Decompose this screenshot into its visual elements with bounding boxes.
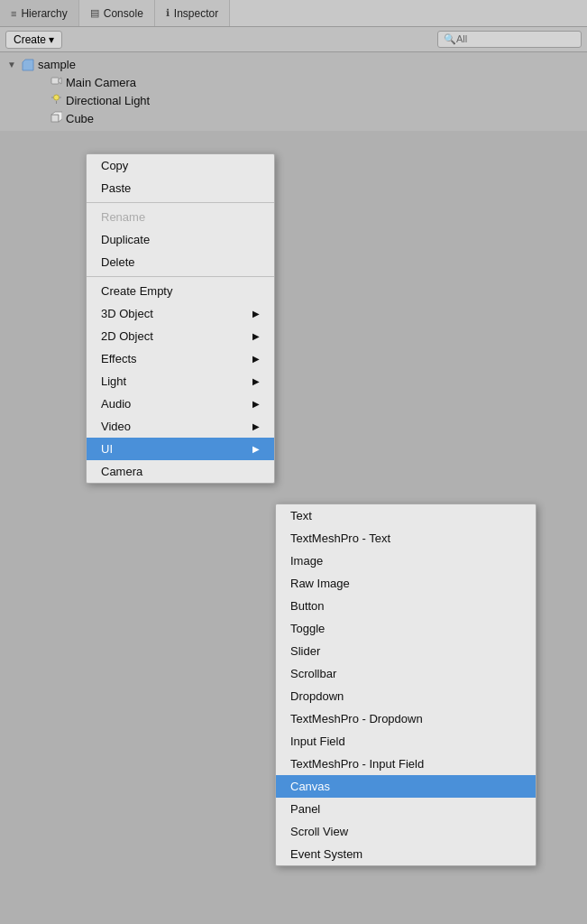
submenu-item-dropdown[interactable]: Dropdown <box>276 685 536 707</box>
menu-item-audio[interactable]: Audio ▶ <box>87 393 274 415</box>
hierarchy-icon: ≡ <box>11 8 16 19</box>
create-label: Create <box>14 33 46 46</box>
menu-item-copy[interactable]: Copy <box>87 154 274 177</box>
3d-object-label: 3D Object <box>101 307 153 320</box>
video-label: Video <box>101 420 131 433</box>
menu-item-2d-object[interactable]: 2D Object ▶ <box>87 325 274 347</box>
svg-marker-0 <box>23 60 33 70</box>
directional-light-label: Directional Light <box>66 94 150 107</box>
camera-icon <box>50 75 62 89</box>
submenu-item-panel[interactable]: Panel <box>276 798 536 820</box>
submenu-item-textmeshpro-text[interactable]: TextMeshPro - Text <box>276 527 536 550</box>
create-empty-label: Create Empty <box>101 284 172 298</box>
tab-console-label: Console <box>104 7 143 20</box>
textmeshpro-input-field-label: TextMeshPro - Input Field <box>290 757 424 771</box>
light-label: Light <box>101 374 126 388</box>
image-label: Image <box>290 554 323 568</box>
tab-hierarchy[interactable]: ≡ Hierarchy <box>0 0 79 26</box>
light-arrow: ▶ <box>252 376 260 386</box>
ui-arrow: ▶ <box>252 444 260 454</box>
3d-object-arrow: ▶ <box>252 309 260 319</box>
audio-label: Audio <box>101 397 131 411</box>
svg-rect-1 <box>51 78 59 84</box>
button-label: Button <box>290 599 325 613</box>
submenu-item-toggle[interactable]: Toggle <box>276 617 536 640</box>
search-placeholder: 🔍All <box>444 33 467 45</box>
submenu-item-canvas[interactable]: Canvas <box>276 775 536 798</box>
menu-item-effects[interactable]: Effects ▶ <box>87 347 274 370</box>
menu-item-camera[interactable]: Camera <box>87 460 274 483</box>
dropdown-label: Dropdown <box>290 689 344 703</box>
svg-rect-7 <box>51 115 59 122</box>
submenu-item-image[interactable]: Image <box>276 550 536 572</box>
tab-console[interactable]: ▤ Console <box>79 0 155 26</box>
menu-item-video[interactable]: Video ▶ <box>87 415 274 438</box>
separator-2 <box>87 276 274 277</box>
canvas-label: Canvas <box>290 780 330 793</box>
menu-item-delete[interactable]: Delete <box>87 251 274 273</box>
hierarchy-panel: ▼ sample Main Camera Directional Light C… <box>0 52 587 131</box>
paste-label: Paste <box>101 181 131 195</box>
scroll-view-label: Scroll View <box>290 825 348 838</box>
video-arrow: ▶ <box>252 421 260 431</box>
ui-label: UI <box>101 442 113 456</box>
submenu-item-input-field[interactable]: Input Field <box>276 730 536 753</box>
raw-image-label: Raw Image <box>290 577 350 590</box>
menu-item-ui[interactable]: UI ▶ <box>87 438 274 460</box>
svg-marker-2 <box>59 78 61 84</box>
submenu-item-text[interactable]: Text <box>276 504 536 527</box>
menu-item-rename: Rename <box>87 206 274 228</box>
menu-item-create-empty[interactable]: Create Empty <box>87 280 274 302</box>
create-dropdown-icon: ▾ <box>49 33 54 46</box>
hierarchy-main-camera[interactable]: Main Camera <box>0 73 587 91</box>
submenu-item-event-system[interactable]: Event System <box>276 843 536 865</box>
create-button[interactable]: Create ▾ <box>5 31 62 49</box>
duplicate-label: Duplicate <box>101 233 150 246</box>
menu-item-duplicate[interactable]: Duplicate <box>87 228 274 251</box>
event-system-label: Event System <box>290 847 362 861</box>
light-icon <box>50 93 62 107</box>
tab-inspector[interactable]: ℹ Inspector <box>155 0 230 26</box>
delete-label: Delete <box>101 255 135 269</box>
copy-label: Copy <box>101 159 128 172</box>
console-icon: ▤ <box>90 7 99 19</box>
textmeshpro-text-label: TextMeshPro - Text <box>290 531 390 545</box>
submenu-item-button[interactable]: Button <box>276 595 536 617</box>
tab-bar: ≡ Hierarchy ▤ Console ℹ Inspector <box>0 0 587 27</box>
textmeshpro-dropdown-label: TextMeshPro - Dropdown <box>290 712 423 725</box>
separator-1 <box>87 202 274 203</box>
cube-label: Cube <box>66 112 94 125</box>
effects-label: Effects <box>101 352 137 365</box>
input-field-label: Input Field <box>290 735 345 748</box>
hierarchy-root-label: sample <box>38 58 76 71</box>
2d-object-label: 2D Object <box>101 329 153 343</box>
submenu-item-scrollbar[interactable]: Scrollbar <box>276 662 536 685</box>
hierarchy-directional-light[interactable]: Directional Light <box>0 91 587 109</box>
cube-icon <box>50 111 62 125</box>
root-expand-icon: ▼ <box>7 60 18 69</box>
submenu-item-raw-image[interactable]: Raw Image <box>276 572 536 595</box>
2d-object-arrow: ▶ <box>252 331 260 341</box>
menu-item-3d-object[interactable]: 3D Object ▶ <box>87 302 274 325</box>
tab-hierarchy-label: Hierarchy <box>21 7 67 20</box>
slider-label: Slider <box>290 644 320 658</box>
panel-label: Panel <box>290 802 320 816</box>
submenu-item-textmeshpro-input-field[interactable]: TextMeshPro - Input Field <box>276 753 536 775</box>
tab-inspector-label: Inspector <box>174 7 218 20</box>
rename-label: Rename <box>101 210 145 224</box>
svg-point-3 <box>54 95 60 100</box>
search-box: 🔍All <box>437 31 582 48</box>
sample-icon <box>22 59 34 71</box>
submenu-ui: Text TextMeshPro - Text Image Raw Image … <box>275 504 537 866</box>
submenu-item-scroll-view[interactable]: Scroll View <box>276 820 536 843</box>
menu-item-paste[interactable]: Paste <box>87 177 274 199</box>
scrollbar-label: Scrollbar <box>290 667 336 680</box>
submenu-item-textmeshpro-dropdown[interactable]: TextMeshPro - Dropdown <box>276 707 536 730</box>
toolbar: Create ▾ 🔍All <box>0 27 587 52</box>
hierarchy-root[interactable]: ▼ sample <box>0 56 587 73</box>
menu-item-light[interactable]: Light ▶ <box>87 370 274 393</box>
main-camera-label: Main Camera <box>66 76 136 89</box>
hierarchy-cube[interactable]: Cube <box>0 109 587 127</box>
inspector-icon: ℹ <box>166 7 170 19</box>
submenu-item-slider[interactable]: Slider <box>276 640 536 662</box>
